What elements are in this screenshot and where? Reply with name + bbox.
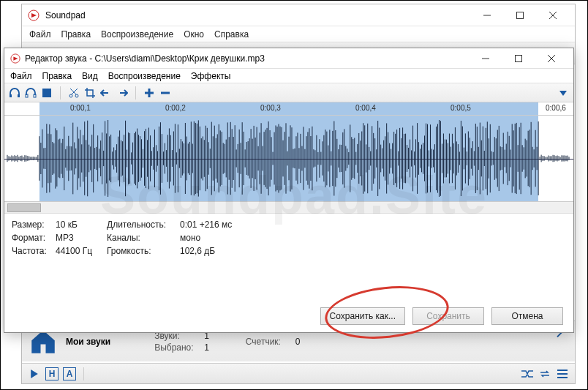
ruler-tick: 0:00,3 bbox=[260, 104, 281, 112]
main-menubar: Файл Правка Воспроизведение Окно Справка bbox=[22, 26, 575, 42]
playbar-play-icon[interactable] bbox=[28, 367, 41, 380]
editor-menu-edit[interactable]: Правка bbox=[42, 71, 72, 81]
svg-rect-9 bbox=[42, 89, 51, 97]
format-label: Формат: bbox=[12, 231, 56, 244]
headphones-icon[interactable] bbox=[9, 87, 20, 99]
main-close-button[interactable] bbox=[536, 4, 569, 26]
format-value: MP3 bbox=[56, 231, 107, 244]
channels-label: Каналы: bbox=[107, 231, 180, 244]
stop-icon[interactable] bbox=[41, 87, 53, 99]
freq-value: 44100 Гц bbox=[56, 244, 107, 258]
audio-info-grid: Размер: 10 кБ Длительность: 0:01 +216 мс… bbox=[4, 214, 573, 262]
shuffle-icon[interactable] bbox=[521, 367, 534, 380]
counter-label: Счетчик: bbox=[246, 337, 290, 347]
duration-label: Длительность: bbox=[107, 218, 180, 231]
waveform-render bbox=[4, 116, 573, 201]
scrollbar-thumb[interactable] bbox=[7, 203, 41, 212]
svg-rect-1 bbox=[516, 12, 523, 18]
editor-logo-icon bbox=[10, 53, 20, 64]
volume-label: Громкость: bbox=[107, 244, 180, 258]
svg-point-11 bbox=[75, 94, 78, 97]
main-minimize-button[interactable] bbox=[470, 4, 503, 26]
separator bbox=[60, 86, 61, 100]
duration-value: 0:01 +216 мс bbox=[180, 218, 268, 231]
channels-value: моно bbox=[180, 231, 268, 244]
playbar-h-button[interactable]: Н bbox=[45, 367, 59, 380]
ruler-tick: 0:00,6 bbox=[546, 104, 566, 112]
sound-editor-window: Редактор звука - C:\Users\diami\Desktop\… bbox=[4, 48, 574, 333]
playbar: Н А bbox=[22, 363, 575, 383]
svg-point-10 bbox=[69, 94, 72, 97]
counter-value: 0 bbox=[295, 337, 301, 347]
editor-toolbar bbox=[4, 83, 573, 102]
editor-menu-playback[interactable]: Воспроизведение bbox=[108, 71, 181, 81]
horizontal-scrollbar[interactable] bbox=[4, 202, 573, 214]
headphones-alt-icon[interactable] bbox=[25, 87, 37, 99]
main-menu-help[interactable]: Справка bbox=[214, 29, 249, 40]
editor-maximize-button[interactable] bbox=[502, 48, 535, 70]
size-value: 10 кБ bbox=[56, 218, 107, 231]
list-icon[interactable] bbox=[556, 367, 569, 380]
redo-icon[interactable] bbox=[116, 87, 128, 99]
freq-label: Частота: bbox=[12, 244, 56, 258]
ruler-tick: 0:00,1 bbox=[70, 104, 91, 112]
editor-button-row: Сохранить как... Сохранить Отмена bbox=[320, 307, 563, 325]
stats-sounds: Звуки: 1 Выбрано: 1 bbox=[154, 331, 209, 353]
waveform-area[interactable] bbox=[4, 116, 573, 202]
main-menu-playback[interactable]: Воспроизведение bbox=[101, 29, 173, 40]
editor-menu-file[interactable]: Файл bbox=[10, 71, 32, 81]
selected-value: 1 bbox=[204, 342, 209, 353]
main-menu-window[interactable]: Окно bbox=[184, 29, 204, 40]
editor-menubar: Файл Правка Вид Воспроизведение Эффекты bbox=[4, 69, 573, 83]
minus-icon[interactable] bbox=[159, 87, 171, 99]
soundpad-logo-icon bbox=[28, 10, 39, 21]
separator bbox=[83, 367, 84, 380]
editor-close-button[interactable] bbox=[535, 48, 568, 70]
save-button[interactable]: Сохранить bbox=[412, 307, 484, 325]
size-label: Размер: bbox=[12, 218, 56, 231]
selected-label: Выбрано: bbox=[154, 342, 198, 353]
playbar-a-button[interactable]: А bbox=[63, 367, 76, 380]
cancel-button[interactable]: Отмена bbox=[491, 307, 563, 325]
editor-menu-effects[interactable]: Эффекты bbox=[191, 71, 231, 81]
ruler-tick: 0:00,2 bbox=[165, 104, 186, 112]
main-menu-edit[interactable]: Правка bbox=[61, 29, 91, 40]
section-title: Мои звуки bbox=[66, 337, 110, 347]
main-menu-file[interactable]: Файл bbox=[29, 29, 51, 40]
main-titlebar: Soundpad bbox=[22, 4, 575, 26]
svg-rect-4 bbox=[515, 55, 521, 61]
ruler-tick: 0:00,4 bbox=[355, 104, 376, 112]
svg-rect-6 bbox=[18, 94, 20, 97]
plus-icon[interactable] bbox=[143, 87, 155, 99]
editor-titlebar: Редактор звука - C:\Users\diami\Desktop\… bbox=[4, 48, 573, 69]
editor-menu-view[interactable]: Вид bbox=[82, 71, 98, 81]
undo-icon[interactable] bbox=[100, 87, 112, 99]
main-window-title: Soundpad bbox=[45, 10, 470, 20]
crop-icon[interactable] bbox=[84, 87, 96, 99]
cut-icon[interactable] bbox=[68, 87, 80, 99]
editor-window-title: Редактор звука - C:\Users\diami\Desktop\… bbox=[25, 53, 469, 64]
main-maximize-button[interactable] bbox=[503, 4, 536, 26]
stats-counter: Счетчик: 0 bbox=[246, 337, 301, 347]
volume-value: 102,6 дБ bbox=[180, 244, 268, 258]
separator bbox=[135, 86, 136, 100]
ruler-tick: 0:00,5 bbox=[451, 104, 471, 112]
time-ruler[interactable]: 0:00,1 0:00,2 0:00,3 0:00,4 0:00,5 0:00,… bbox=[4, 102, 573, 116]
save-as-button[interactable]: Сохранить как... bbox=[320, 307, 405, 325]
editor-minimize-button[interactable] bbox=[469, 48, 502, 70]
dropdown-triangle-icon[interactable] bbox=[557, 87, 569, 99]
svg-rect-5 bbox=[10, 94, 12, 97]
repeat-icon[interactable] bbox=[538, 367, 551, 380]
